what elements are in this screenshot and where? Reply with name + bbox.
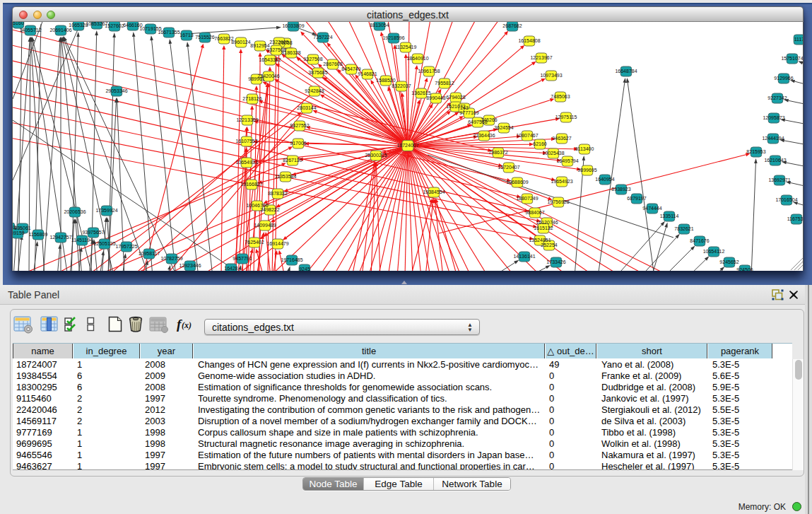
- svg-text:9474444: 9474444: [642, 206, 661, 211]
- svg-text:10654112: 10654112: [703, 249, 725, 254]
- svg-text:3498222: 3498222: [260, 207, 279, 212]
- svg-text:9245652: 9245652: [719, 259, 739, 264]
- svg-text:10688609: 10688609: [506, 180, 528, 185]
- svg-text:18724007: 18724007: [396, 143, 418, 148]
- svg-text:243: 243: [460, 105, 469, 110]
- svg-text:1335114: 1335114: [660, 214, 679, 218]
- svg-text:7515526: 7515526: [195, 35, 214, 40]
- svg-text:17016504: 17016504: [775, 197, 797, 202]
- svg-text:2322605: 2322605: [269, 40, 288, 45]
- svg-text:8427552: 8427552: [290, 123, 309, 128]
- svg-text:2687682: 2687682: [502, 23, 522, 28]
- svg-text:16033809: 16033809: [282, 23, 304, 28]
- svg-text:16107553: 16107553: [235, 139, 257, 144]
- svg-text:16210643: 16210643: [764, 158, 786, 163]
- svg-text:9146821: 9146821: [358, 71, 377, 76]
- svg-text:25300215: 25300215: [365, 153, 387, 158]
- svg-text:9129966: 9129966: [774, 76, 793, 81]
- svg-text:7955812: 7955812: [435, 81, 454, 86]
- svg-text:6879197: 6879197: [627, 196, 646, 201]
- svg-text:6497568: 6497568: [468, 119, 487, 124]
- svg-text:19166827: 19166827: [240, 182, 262, 187]
- svg-text:20206536: 20206536: [64, 209, 86, 214]
- svg-text:989961: 989961: [248, 76, 264, 81]
- svg-text:8960124: 8960124: [231, 40, 250, 45]
- svg-text:7485063: 7485063: [551, 94, 570, 99]
- svg-text:10961758: 10961758: [418, 69, 440, 74]
- svg-text:9777169: 9777169: [459, 110, 478, 115]
- svg-text:9899695: 9899695: [577, 168, 596, 173]
- svg-text:12942757: 12942757: [49, 235, 71, 240]
- svg-text:10782759: 10782759: [160, 256, 182, 261]
- svg-text:6794028: 6794028: [446, 95, 465, 100]
- svg-text:14055712: 14055712: [19, 28, 41, 33]
- svg-text:10973493: 10973493: [540, 73, 562, 78]
- svg-text:12095873: 12095873: [763, 115, 784, 120]
- svg-text:5160: 5160: [13, 22, 24, 25]
- svg-text:10025438: 10025438: [542, 151, 564, 156]
- svg-text:16713: 16713: [180, 33, 194, 37]
- svg-text:13692971: 13692971: [768, 177, 790, 182]
- svg-text:14136141: 14136141: [513, 254, 535, 259]
- svg-text:19654923: 19654923: [551, 179, 572, 184]
- svg-text:9227342: 9227342: [767, 95, 787, 100]
- svg-text:7986372: 7986372: [488, 150, 507, 155]
- svg-text:19218596: 19218596: [382, 35, 404, 40]
- svg-text:11353584: 11353584: [275, 174, 297, 179]
- svg-text:19756928: 19756928: [547, 199, 569, 204]
- svg-text:12923446: 12923446: [179, 263, 201, 268]
- svg-text:39159: 39159: [13, 230, 25, 235]
- svg-text:21364436: 21364436: [473, 133, 495, 138]
- svg-text:15720407: 15720407: [498, 165, 519, 170]
- svg-text:8454749: 8454749: [341, 66, 360, 71]
- svg-text:3875685: 3875685: [308, 70, 327, 75]
- svg-text:15751074: 15751074: [781, 56, 803, 61]
- svg-text:9327508: 9327508: [303, 57, 322, 62]
- svg-text:18640910: 18640910: [406, 56, 428, 61]
- svg-text:2803144: 2803144: [297, 105, 316, 110]
- svg-text:8878332: 8878332: [268, 191, 287, 196]
- svg-text:1167533: 1167533: [787, 216, 804, 221]
- svg-text:3624554: 3624554: [494, 125, 513, 130]
- svg-text:8113400: 8113400: [575, 146, 594, 151]
- svg-text:8990448: 8990448: [426, 95, 445, 100]
- svg-text:10807467: 10807467: [516, 133, 538, 138]
- svg-text:19716485: 19716485: [281, 257, 302, 262]
- svg-text:16543382: 16543382: [259, 57, 281, 62]
- svg-text:16648784: 16648784: [615, 69, 637, 74]
- svg-text:7832621: 7832621: [674, 226, 693, 231]
- svg-text:835061: 835061: [14, 226, 30, 230]
- svg-text:17957225: 17957225: [115, 244, 137, 249]
- svg-text:20691406: 20691406: [49, 28, 71, 33]
- svg-text:12213369: 12213369: [236, 117, 258, 122]
- svg-text:2718126: 2718126: [242, 96, 261, 101]
- svg-text:9884067: 9884067: [525, 210, 544, 215]
- svg-text:10958117: 10958117: [139, 251, 160, 256]
- svg-text:16671355: 16671355: [158, 30, 180, 35]
- svg-text:1527602: 1527602: [105, 23, 124, 28]
- svg-text:252254: 252254: [541, 243, 557, 247]
- svg-text:16154808: 16154808: [518, 38, 540, 43]
- svg-text:9327508: 9327508: [266, 47, 286, 52]
- svg-text:14099489: 14099489: [254, 223, 276, 228]
- svg-text:10654933: 10654933: [235, 160, 257, 165]
- svg-text:7357224: 7357224: [313, 35, 332, 40]
- svg-text:19384554: 19384554: [423, 189, 445, 194]
- svg-text:1156809: 1156809: [29, 232, 48, 237]
- svg-text:17359924: 17359924: [95, 208, 117, 213]
- svg-text:1640954: 1640954: [595, 177, 614, 182]
- svg-text:9245: 9245: [299, 267, 310, 271]
- svg-text:8813054: 8813054: [370, 23, 389, 28]
- svg-text:(x): (x): [182, 320, 192, 330]
- svg-text:9463627: 9463627: [552, 136, 571, 141]
- svg-text:16120746: 16120746: [536, 220, 558, 225]
- svg-text:9457791: 9457791: [233, 256, 252, 261]
- svg-text:62160: 62160: [533, 141, 547, 146]
- svg-text:12213967: 12213967: [530, 55, 552, 60]
- svg-text:2867608: 2867608: [323, 62, 342, 66]
- svg-text:917006: 917006: [290, 141, 306, 146]
- svg-text:12444194: 12444194: [762, 136, 784, 141]
- svg-text:11451194: 11451194: [71, 238, 93, 243]
- svg-text:1733426: 1733426: [546, 259, 565, 264]
- svg-text:7625402: 7625402: [245, 240, 264, 245]
